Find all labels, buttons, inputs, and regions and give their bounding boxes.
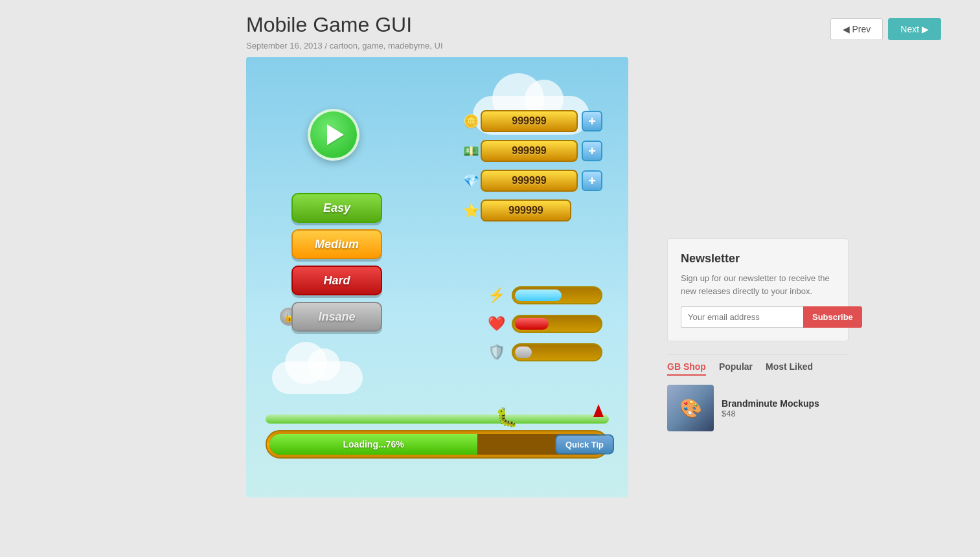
cloud-2	[272, 361, 363, 394]
shield-bar-outer	[512, 343, 602, 361]
cash-icon: 💵	[459, 139, 483, 163]
loading-text: Loading...76%	[343, 439, 404, 449]
post-tags: cartoon, game, madebyme, UI	[330, 41, 443, 51]
cash-value: 999999	[481, 140, 578, 162]
shop-thumb-image: 🎨	[667, 385, 714, 431]
game-image: Easy Medium Hard 🔒 Insane 🪙 999999 +	[246, 57, 628, 497]
shop-tabs: GB Shop Popular Most Liked	[667, 361, 849, 376]
health-icon: ❤️	[484, 312, 508, 335]
shop-thumbnail: 🎨	[667, 385, 714, 431]
shop-info: Brandminute Mockups $48	[722, 398, 819, 418]
prev-button[interactable]: ◀ Prev	[830, 18, 883, 40]
page-container: Mobile Game GUI September 16, 2013 / car…	[0, 0, 980, 557]
gem-plus-button[interactable]: +	[582, 170, 602, 191]
tab-most-liked[interactable]: Most Liked	[766, 361, 813, 376]
star-icon: ⭐	[459, 198, 483, 223]
loading-bar-fill: Loading...76%	[269, 434, 477, 455]
shield-icon: 🛡️	[484, 341, 508, 364]
right-sidebar: Newsletter Sign up for our newsletter to…	[654, 57, 861, 497]
progress-area: ⚡ ❤️ 🛡️	[484, 284, 602, 364]
cash-row: 💵 999999 +	[459, 139, 602, 163]
lightning-bar-fill	[515, 290, 562, 301]
gem-value: 999999	[481, 170, 578, 192]
coin-plus-button[interactable]: +	[582, 111, 602, 131]
newsletter-box: Newsletter Sign up for our newsletter to…	[667, 238, 849, 341]
sidebar-divider	[667, 354, 849, 355]
bottom-area: 🐛 Loading...76% Quick Tip	[266, 415, 609, 459]
shield-progress-row: 🛡️	[484, 341, 602, 364]
shop-item: 🎨 Brandminute Mockups $48	[667, 385, 849, 431]
easy-button[interactable]: Easy	[291, 193, 382, 223]
hard-button[interactable]: Hard	[291, 266, 382, 295]
lightning-bar-outer	[512, 286, 602, 304]
lightning-progress-row: ⚡	[484, 284, 602, 307]
next-button[interactable]: Next ▶	[888, 18, 941, 40]
insane-button[interactable]: Insane	[291, 302, 382, 332]
shop-item-price: $48	[722, 409, 819, 418]
health-progress-row: ❤️	[484, 312, 602, 335]
content-row: Easy Medium Hard 🔒 Insane 🪙 999999 +	[0, 51, 980, 497]
coin-icon: 🪙	[459, 109, 483, 133]
star-value: 999999	[481, 199, 571, 222]
cash-plus-button[interactable]: +	[582, 141, 602, 161]
gem-row: 💎 999999 +	[459, 168, 602, 193]
newsletter-title: Newsletter	[681, 252, 835, 266]
header-left: Mobile Game GUI September 16, 2013 / car…	[246, 13, 830, 51]
meta-separator: /	[325, 41, 329, 51]
coin-value: 999999	[481, 110, 578, 132]
subscribe-button[interactable]: Subscribe	[803, 306, 862, 328]
worm-character: 🐛	[496, 407, 518, 428]
post-meta: September 16, 2013 / cartoon, game, made…	[246, 41, 830, 51]
shop-item-name: Brandminute Mockups	[722, 398, 819, 409]
header-row: Mobile Game GUI September 16, 2013 / car…	[0, 0, 980, 51]
newsletter-description: Sign up for our newsletter to receive th…	[681, 272, 835, 297]
post-title: Mobile Game GUI	[246, 13, 830, 37]
lightning-icon: ⚡	[484, 284, 508, 307]
tab-popular[interactable]: Popular	[719, 361, 753, 376]
email-input[interactable]	[681, 306, 803, 328]
currency-area: 🪙 999999 + 💵 999999 + 💎 999999 +	[459, 109, 602, 223]
medium-button[interactable]: Medium	[291, 229, 382, 259]
shield-bar-fill	[515, 347, 532, 358]
coin-row: 🪙 999999 +	[459, 109, 602, 133]
quick-tip-button[interactable]: Quick Tip	[555, 435, 614, 455]
post-date: September 16, 2013	[246, 41, 323, 51]
nav-buttons: ◀ Prev Next ▶	[830, 13, 941, 40]
health-bar-fill	[515, 318, 549, 330]
worm-track: 🐛	[266, 415, 609, 424]
loading-bar-outer: Loading...76% Quick Tip	[266, 430, 609, 459]
game-section: Easy Medium Hard 🔒 Insane 🪙 999999 +	[246, 57, 635, 497]
tab-gb-shop[interactable]: GB Shop	[667, 361, 706, 376]
health-bar-outer	[512, 315, 602, 333]
gem-icon: 💎	[459, 168, 483, 193]
difficulty-buttons: Easy Medium Hard 🔒 Insane	[291, 193, 382, 332]
newsletter-form: Subscribe	[681, 306, 835, 328]
play-button[interactable]	[308, 109, 359, 161]
star-row: ⭐ 999999	[459, 198, 602, 223]
